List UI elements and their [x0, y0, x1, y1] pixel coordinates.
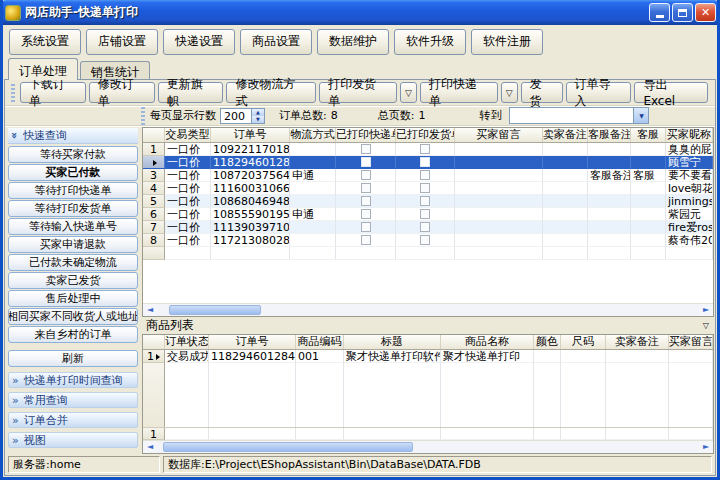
printed-shipping-checkbox[interactable]: [420, 209, 430, 219]
scroll-right-icon[interactable]: ►: [699, 441, 713, 453]
section-order-merge[interactable]: » 订单合并: [8, 412, 138, 428]
rows-per-page-value[interactable]: 200: [221, 109, 251, 123]
printed-express-checkbox[interactable]: [361, 196, 371, 206]
print-shipping-list-button[interactable]: 打印发货单: [319, 82, 397, 103]
printed-shipping-checkbox[interactable]: [420, 183, 430, 193]
query-buyer-paid[interactable]: 买家已付款: [8, 164, 138, 181]
printed-express-checkbox[interactable]: [361, 235, 371, 245]
printed-shipping-checkbox[interactable]: [420, 196, 430, 206]
ship-button[interactable]: 发货: [521, 82, 563, 103]
query-waiting-express-number[interactable]: 等待输入快递单号: [8, 218, 138, 235]
scrollbar-thumb[interactable]: [163, 442, 413, 452]
table-row[interactable]: 8 一口价 117213080288239 蔡奇伟201: [143, 234, 713, 247]
export-excel-button[interactable]: 导出Excel: [634, 82, 708, 103]
menu-express-settings[interactable]: 快递设置: [163, 29, 235, 55]
col-printed-express[interactable]: 已打印快递单: [336, 128, 396, 142]
query-waiting-buyer-payment[interactable]: 等待买家付款: [8, 146, 138, 163]
query-seller-shipped[interactable]: 卖家已发货: [8, 272, 138, 289]
col-seller-note[interactable]: 卖家备注: [606, 335, 669, 349]
col-cs[interactable]: 客服: [631, 128, 666, 142]
printed-shipping-checkbox[interactable]: [420, 170, 430, 180]
table-row[interactable]: 1 交易成功 118294601284827 001 聚才快递单打印软件 AP …: [143, 350, 713, 363]
close-button[interactable]: ✕: [695, 3, 716, 22]
query-waiting-print-shipping[interactable]: 等待打印发货单: [8, 200, 138, 217]
section-print-time-query[interactable]: » 快递单打印时间查询: [8, 372, 138, 388]
print-express-button[interactable]: 打印快递单: [420, 82, 498, 103]
spin-down-icon[interactable]: ▼: [252, 116, 264, 123]
table-row[interactable]: 4 一口价 111600310669574 love朝花夕: [143, 182, 713, 195]
toolbar-grip-icon[interactable]: [11, 84, 15, 102]
menu-data-maintenance[interactable]: 数据维护: [317, 29, 389, 55]
table-row[interactable]: 1 一口价 109221170184904 臭臭的屁猪: [143, 143, 713, 156]
orders-horizontal-scrollbar[interactable]: ◄ ►: [143, 303, 713, 316]
query-same-buyer-diff-address[interactable]: 相同买家不同收货人或地址: [8, 308, 138, 325]
scrollbar-track[interactable]: [157, 441, 699, 453]
table-row[interactable]: 6 一口价 108555901952003 申通 紫园元: [143, 208, 713, 221]
col-size[interactable]: 尺码: [561, 335, 606, 349]
printed-shipping-checkbox[interactable]: [420, 235, 430, 245]
col-product-code[interactable]: 商品编码: [296, 335, 344, 349]
printed-express-checkbox[interactable]: [361, 222, 371, 232]
modify-logistics-button[interactable]: 修改物流方式: [226, 82, 316, 103]
col-title[interactable]: 标题: [344, 335, 441, 349]
col-printed-shipping[interactable]: 已打印发货单: [396, 128, 455, 142]
tab-order-processing[interactable]: 订单处理: [8, 58, 78, 80]
col-seller-note[interactable]: 卖家备注: [543, 128, 588, 142]
refresh-button[interactable]: 刷新: [8, 350, 138, 367]
spin-up-icon[interactable]: ▲: [252, 109, 264, 116]
query-rural-orders[interactable]: 来自乡村的订单: [8, 326, 138, 343]
col-product-name[interactable]: 商品名称: [441, 335, 534, 349]
menu-shop-settings[interactable]: 店铺设置: [86, 29, 158, 55]
maximize-button[interactable]: [672, 3, 693, 22]
col-cs-note[interactable]: 客服备注: [588, 128, 631, 142]
printed-express-checkbox[interactable]: [361, 170, 371, 180]
printed-express-checkbox[interactable]: [361, 144, 371, 154]
table-row[interactable]: 7 一口价 111390397107483 fire爱rose: [143, 221, 713, 234]
printed-shipping-checkbox[interactable]: [420, 222, 430, 232]
products-dropdown-icon[interactable]: ▽: [700, 321, 712, 330]
scrollbar-track[interactable]: [157, 304, 699, 316]
scrollbar-thumb[interactable]: [169, 305, 261, 315]
rows-per-page-stepper[interactable]: 200 ▲ ▼: [220, 108, 265, 124]
query-buyer-refund[interactable]: 买家申请退款: [8, 236, 138, 253]
pagination-grip-icon[interactable]: [141, 107, 145, 125]
download-orders-button[interactable]: 下载订单: [20, 82, 86, 103]
combo-arrow-icon[interactable]: ▼: [633, 108, 648, 123]
col-order-no[interactable]: 订单号: [211, 128, 290, 142]
print-express-dropdown-icon[interactable]: ▽: [501, 82, 518, 103]
col-buyer-message[interactable]: 买家留言: [455, 128, 543, 142]
col-order-status[interactable]: 订单状态: [165, 335, 209, 349]
section-view[interactable]: » 视图: [8, 432, 138, 448]
print-shipping-dropdown-icon[interactable]: ▽: [400, 82, 417, 103]
modify-order-button[interactable]: 修改订单: [89, 82, 155, 103]
col-logistics[interactable]: 物流方式: [290, 128, 336, 142]
minimize-button[interactable]: [649, 3, 670, 22]
table-row-selected[interactable]: 一口价 118294601284827 顾雪宁: [143, 156, 713, 169]
products-horizontal-scrollbar[interactable]: ◄ ►: [143, 440, 713, 453]
menu-system-settings[interactable]: 系统设置: [9, 29, 81, 55]
col-buyer-nick[interactable]: 买家昵称: [666, 128, 713, 142]
import-orders-button[interactable]: 订单导入: [566, 82, 632, 103]
query-paid-no-logistics[interactable]: 已付款未确定物流: [8, 254, 138, 271]
quick-query-section-header[interactable]: » 快速查询: [8, 128, 138, 144]
table-row[interactable]: 3 一口价 108720375647069 申通 客服备注 客服 要不要看好: [143, 169, 713, 182]
menu-software-upgrade[interactable]: 软件升级: [394, 29, 466, 55]
printed-express-checkbox[interactable]: [361, 209, 371, 219]
title-bar[interactable]: 网店助手-快递单打印 ✕: [0, 0, 720, 25]
query-waiting-print-express[interactable]: 等待打印快递单: [8, 182, 138, 199]
col-color[interactable]: 颜色: [534, 335, 561, 349]
col-trade-type[interactable]: 交易类型: [165, 128, 211, 142]
update-flag-button[interactable]: 更新旗帜: [158, 82, 224, 103]
printed-express-checkbox[interactable]: [361, 183, 371, 193]
query-after-sale[interactable]: 售后处理中: [8, 290, 138, 307]
menu-product-settings[interactable]: 商品设置: [240, 29, 312, 55]
col-buyer-message[interactable]: 买家留言: [669, 335, 713, 349]
goto-page-combobox[interactable]: ▼: [509, 107, 649, 124]
printed-shipping-checkbox[interactable]: [420, 144, 430, 154]
section-common-query[interactable]: » 常用查询: [8, 392, 138, 408]
col-order-no[interactable]: 订单号: [209, 335, 296, 349]
printed-express-checkbox[interactable]: [361, 157, 371, 167]
table-row[interactable]: 5 一口价 108680469487826 jinmingsher: [143, 195, 713, 208]
scroll-right-icon[interactable]: ►: [699, 304, 713, 316]
menu-software-register[interactable]: 软件注册: [471, 29, 543, 55]
